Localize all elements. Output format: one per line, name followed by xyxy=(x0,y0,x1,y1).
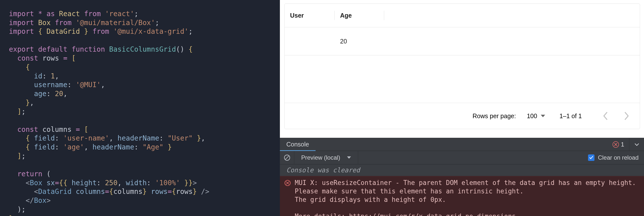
error-icon xyxy=(284,180,291,186)
code-token: : xyxy=(147,179,151,187)
column-header-label: User xyxy=(290,12,304,19)
cell-value: 20 xyxy=(340,38,347,45)
code-token: = xyxy=(76,125,80,134)
tab-label: Console xyxy=(286,141,309,148)
code-token: { xyxy=(38,27,46,36)
preview-pane: User Age 20 Rows per page: 100 xyxy=(280,0,644,138)
code-token: '@mui/x-data-grid' xyxy=(113,27,188,36)
code-token: : xyxy=(55,134,59,142)
previous-page-button[interactable] xyxy=(599,110,612,122)
code-token: 'react' xyxy=(105,10,134,18)
code-token: field xyxy=(34,134,55,142)
data-grid[interactable]: User Age 20 Rows per page: 100 xyxy=(284,4,640,129)
code-token: rows xyxy=(176,187,192,196)
grid-body: 20 xyxy=(284,27,640,103)
console-collapse-button[interactable] xyxy=(629,138,644,151)
code-token: ; xyxy=(22,107,26,116)
code-token: : xyxy=(134,143,138,151)
code-token: , xyxy=(101,81,105,89)
code-token: return xyxy=(17,170,42,178)
console-message-text: MUI X: useResizeContainer - The parent D… xyxy=(295,179,636,216)
code-token: ; xyxy=(134,10,138,18)
grid-column-headers: User Age xyxy=(284,4,640,27)
code-editor[interactable]: import * as React from 'react'; import B… xyxy=(0,0,280,216)
code-token: , xyxy=(84,143,88,151)
clear-icon xyxy=(284,154,290,161)
code-token: () xyxy=(176,45,184,53)
code-token: = xyxy=(63,54,67,62)
next-page-button[interactable] xyxy=(620,110,633,122)
rows-per-page-value: 100 xyxy=(527,113,537,120)
code-token: > xyxy=(46,196,51,204)
code-token: ] xyxy=(17,107,22,116)
code-token: columns xyxy=(76,187,105,196)
code-token: : xyxy=(46,90,51,98)
code-token: import xyxy=(9,10,34,18)
code-token: sx xyxy=(46,179,55,187)
code-token: ) xyxy=(17,205,22,213)
console-messages[interactable]: Console was cleared MUI X: useResizeCont… xyxy=(280,164,644,216)
cell-user[interactable] xyxy=(284,27,335,55)
code-token: : xyxy=(55,143,59,151)
code-token: { xyxy=(172,187,176,196)
grid-pagination: Rows per page: 100 1–1 of 1 xyxy=(284,103,640,129)
code-token: import xyxy=(9,27,34,36)
code-token: rows xyxy=(42,54,59,62)
code-token: 20 xyxy=(55,90,63,98)
code-token: } xyxy=(197,134,201,142)
code-token: height xyxy=(72,179,96,187)
column-header-user[interactable]: User xyxy=(284,4,335,27)
execution-context-label: Preview (local) xyxy=(301,154,340,161)
code-token: DataGrid xyxy=(38,187,72,196)
code-token: 250 xyxy=(105,179,118,187)
code-token: 'age' xyxy=(63,143,84,151)
code-token: from xyxy=(92,27,109,36)
code-token: id xyxy=(34,72,42,80)
code-token: '@mui/material/Box' xyxy=(76,19,155,27)
chevron-left-icon xyxy=(602,112,608,120)
clear-console-button[interactable] xyxy=(280,151,294,164)
code-token: ] xyxy=(17,152,22,160)
code-token: } xyxy=(26,98,30,107)
code-token: } xyxy=(80,27,88,36)
code-token: const xyxy=(17,125,38,134)
console-message-error[interactable]: MUI X: useResizeContainer - The parent D… xyxy=(280,176,644,216)
code-token: : xyxy=(96,179,101,187)
code-token: default xyxy=(38,45,67,53)
column-header-age[interactable]: Age xyxy=(335,4,384,27)
cell-age[interactable]: 20 xyxy=(335,27,384,55)
code-token: from xyxy=(55,19,71,27)
code-token: ( xyxy=(46,170,51,178)
console-message-info: Console was cleared xyxy=(280,164,644,176)
dropdown-arrow-icon xyxy=(347,156,351,159)
code-token: , xyxy=(109,134,114,142)
code-token: "Age" xyxy=(142,143,163,151)
tab-console[interactable]: Console xyxy=(280,138,316,151)
code-token: = xyxy=(55,179,59,187)
rows-per-page-label: Rows per page: xyxy=(472,113,516,120)
devtools-panel: Console 1 Preview (local) xyxy=(280,138,644,216)
code-token: , xyxy=(201,134,205,142)
right-pane: User Age 20 Rows per page: 100 xyxy=(280,0,644,216)
code-token: rows xyxy=(151,187,168,196)
code-token: = xyxy=(105,187,109,196)
column-separator[interactable] xyxy=(384,11,384,20)
code-token: Box xyxy=(30,179,42,187)
code-token: age xyxy=(34,90,46,98)
code-token: 'user-name' xyxy=(63,134,109,142)
code-token: , xyxy=(30,98,34,107)
execution-context-select[interactable]: Preview (local) xyxy=(294,151,358,164)
column-header-label: Age xyxy=(340,12,352,19)
code-token: = xyxy=(168,187,172,196)
console-error-count[interactable]: 1 xyxy=(608,138,629,151)
table-row[interactable]: 20 xyxy=(284,27,640,55)
code-token: : xyxy=(42,72,46,80)
code-token: 1 xyxy=(51,72,55,80)
checkbox-checked-icon xyxy=(588,154,594,161)
rows-per-page-select[interactable]: 100 xyxy=(527,113,545,120)
error-badge-icon xyxy=(612,141,619,148)
code-token: < xyxy=(26,179,30,187)
clear-on-reload-toggle[interactable]: Clear on reload xyxy=(582,154,644,161)
code-token: '@MUI' xyxy=(76,81,101,89)
code-token: '100%' xyxy=(155,179,180,187)
